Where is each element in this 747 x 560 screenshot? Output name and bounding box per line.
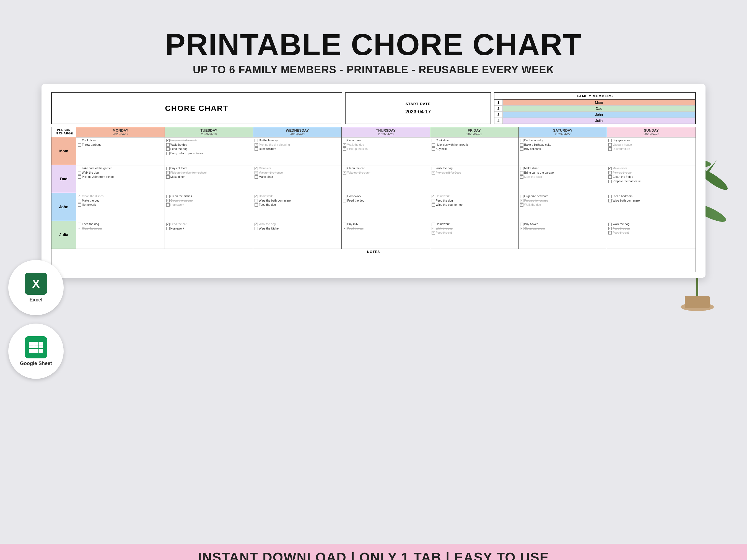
task-checkbox[interactable]	[609, 195, 612, 198]
task-checkbox[interactable]	[609, 175, 612, 179]
task-item: ✓ Prepare Dad's lunch	[166, 138, 252, 142]
task-checkbox[interactable]	[520, 139, 523, 142]
wednesday-header: WEDNESDAY 2023-04-19	[253, 127, 342, 137]
task-item: Buy milk	[432, 147, 517, 151]
task-checkbox-checked[interactable]: ✓	[609, 171, 612, 175]
task-text: Homework	[436, 194, 449, 198]
task-checkbox-checked[interactable]: ✓	[520, 199, 523, 203]
task-item: Clean the dishes	[166, 194, 252, 198]
task-checkbox-checked[interactable]: ✓	[255, 143, 258, 146]
thursday-date: 2023-04-20	[343, 132, 428, 136]
task-checkbox-checked[interactable]: ✓	[520, 203, 523, 207]
task-text: Clean the car	[347, 166, 364, 170]
task-checkbox-checked[interactable]: ✓	[343, 148, 346, 151]
task-checkbox[interactable]	[255, 139, 258, 142]
task-checkbox-checked[interactable]: ✓	[432, 227, 435, 230]
task-checkbox-checked[interactable]: ✓	[609, 231, 612, 235]
task-checkbox[interactable]	[166, 175, 170, 179]
task-checkbox[interactable]	[166, 227, 170, 230]
task-checkbox-checked[interactable]: ✓	[166, 171, 170, 175]
task-text: Wipe the kitchen	[259, 227, 280, 231]
task-checkbox-checked[interactable]: ✓	[432, 171, 435, 175]
task-checkbox[interactable]	[432, 167, 435, 170]
task-checkbox[interactable]	[166, 195, 170, 198]
task-checkbox[interactable]	[343, 195, 346, 198]
task-checkbox[interactable]	[343, 139, 346, 142]
wednesday-name: WEDNESDAY	[255, 128, 340, 132]
task-checkbox[interactable]	[255, 175, 258, 179]
task-item: ✓ Feed the cat	[343, 227, 429, 231]
task-checkbox[interactable]	[255, 227, 258, 230]
task-checkbox-checked[interactable]: ✓	[166, 223, 170, 226]
task-checkbox[interactable]	[609, 180, 612, 183]
task-text: Cook diner	[436, 138, 450, 142]
task-checkbox[interactable]	[432, 139, 435, 142]
task-checkbox[interactable]	[78, 171, 81, 175]
task-checkbox[interactable]	[520, 223, 523, 226]
header-section: CHORE CHART START DATE 2023-04-17 FAMILY…	[51, 92, 696, 124]
task-checkbox[interactable]	[78, 143, 81, 146]
task-text: Buy balloons	[524, 147, 541, 151]
task-checkbox-checked[interactable]: ✓	[432, 195, 435, 198]
task-checkbox-checked[interactable]: ✓	[609, 143, 612, 146]
task-checkbox-checked[interactable]: ✓	[166, 199, 170, 203]
task-checkbox[interactable]	[520, 148, 523, 151]
task-text: Walk the dog	[613, 222, 629, 226]
task-text: Feed the dog	[613, 227, 630, 231]
task-checkbox-checked[interactable]: ✓	[78, 195, 81, 198]
task-checkbox[interactable]	[166, 148, 170, 151]
task-checkbox[interactable]	[166, 152, 170, 155]
task-checkbox[interactable]	[166, 143, 170, 146]
task-checkbox-checked[interactable]: ✓	[609, 148, 612, 151]
task-checkbox-checked[interactable]: ✓	[78, 227, 81, 230]
task-checkbox-checked[interactable]: ✓	[343, 171, 346, 175]
task-checkbox-checked[interactable]: ✓	[432, 231, 435, 235]
task-checkbox[interactable]	[255, 199, 258, 203]
task-checkbox-checked[interactable]: ✓	[255, 171, 258, 175]
task-checkbox[interactable]	[166, 167, 170, 170]
task-checkbox[interactable]	[432, 203, 435, 207]
task-checkbox-checked[interactable]: ✓	[520, 175, 523, 179]
task-checkbox[interactable]	[343, 199, 346, 203]
task-checkbox[interactable]	[609, 199, 612, 203]
start-date-value: 2023-04-17	[405, 109, 431, 115]
task-checkbox[interactable]	[78, 139, 81, 142]
task-checkbox[interactable]	[255, 148, 258, 151]
family-member-row-john: 3 John	[494, 112, 695, 118]
task-checkbox[interactable]	[255, 203, 258, 207]
task-checkbox-checked[interactable]: ✓	[166, 203, 170, 207]
task-text: Clean bathroom	[524, 227, 545, 231]
task-checkbox[interactable]	[520, 143, 523, 146]
task-checkbox-checked[interactable]: ✓	[166, 139, 170, 142]
task-checkbox[interactable]	[609, 139, 612, 142]
task-checkbox[interactable]	[520, 167, 523, 170]
task-checkbox[interactable]	[343, 223, 346, 226]
task-checkbox[interactable]	[78, 223, 81, 226]
task-checkbox[interactable]	[78, 175, 81, 179]
task-checkbox[interactable]	[78, 167, 81, 170]
task-text: Bring car to the garage	[524, 171, 554, 175]
task-checkbox[interactable]	[609, 223, 612, 226]
task-checkbox-checked[interactable]: ✓	[255, 167, 258, 170]
task-checkbox-checked[interactable]: ✓	[255, 195, 258, 198]
task-checkbox-checked[interactable]: ✓	[343, 143, 346, 146]
task-checkbox[interactable]	[78, 199, 81, 203]
svg-rect-9	[685, 296, 710, 308]
task-checkbox[interactable]	[520, 195, 523, 198]
task-checkbox[interactable]	[432, 199, 435, 203]
task-checkbox[interactable]	[432, 148, 435, 151]
task-checkbox[interactable]	[78, 203, 81, 207]
task-checkbox[interactable]	[432, 223, 435, 226]
dad-label: Dad	[51, 165, 76, 193]
task-checkbox[interactable]	[432, 143, 435, 146]
task-checkbox-checked[interactable]: ✓	[609, 227, 612, 230]
notes-content[interactable]	[51, 255, 696, 272]
task-text: Feed the cat	[171, 222, 186, 226]
task-text: Homework	[347, 194, 361, 198]
task-checkbox-checked[interactable]: ✓	[343, 227, 346, 230]
task-checkbox-checked[interactable]: ✓	[520, 227, 523, 230]
task-checkbox-checked[interactable]: ✓	[255, 223, 258, 226]
task-checkbox[interactable]	[520, 171, 523, 175]
task-checkbox-checked[interactable]: ✓	[609, 167, 612, 170]
task-checkbox[interactable]	[343, 167, 346, 170]
